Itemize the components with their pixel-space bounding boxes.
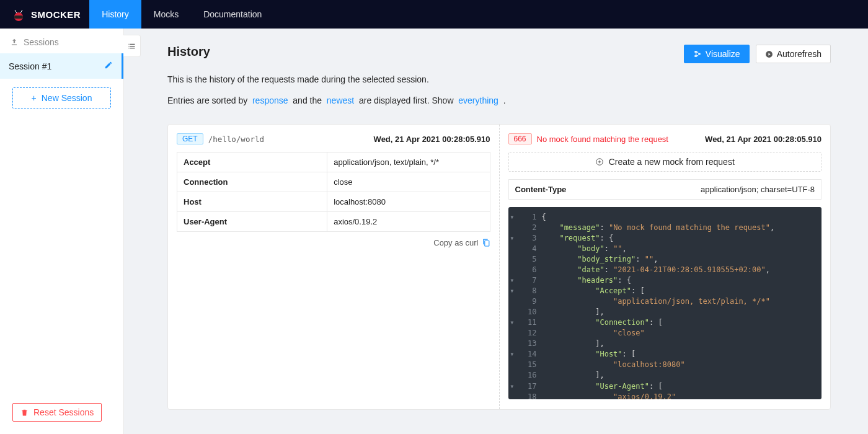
session-name: Session #1 <box>9 61 51 71</box>
filter-dropdown[interactable]: everything <box>458 95 498 105</box>
response-header-value: application/json; charset=UTF-8 <box>701 185 815 194</box>
reset-sessions-label: Reset Sessions <box>33 407 94 417</box>
plus-icon: + <box>32 93 37 103</box>
request-timestamp: Wed, 21 Apr 2021 00:28:05.910 <box>374 135 490 144</box>
page-title: History <box>167 45 210 59</box>
page-description: This is the history of the requests made… <box>167 74 831 105</box>
nav-history[interactable]: History <box>89 0 141 29</box>
page-desc-line2: Entries are sorted by response and the n… <box>167 95 831 105</box>
copy-curl-label: Copy as curl <box>433 238 478 247</box>
response-header-row: Content-Type application/json; charset=U… <box>508 179 822 200</box>
table-row: User-Agentaxios/0.19.2 <box>177 212 490 232</box>
table-row: Hostlocalhost:8080 <box>177 192 490 212</box>
table-row: Acceptapplication/json, text/plain, */* <box>177 153 490 172</box>
brand-logo-icon <box>11 7 26 22</box>
sidebar-title: Sessions <box>24 37 59 47</box>
autorefresh-label: Autorefresh <box>777 49 822 59</box>
copy-icon <box>482 239 490 247</box>
trash-icon <box>20 409 29 417</box>
response-panel: 666 No mock found matching the request W… <box>500 125 831 409</box>
table-row: Connectionclose <box>177 172 490 192</box>
request-headers-table: Acceptapplication/json, text/plain, */*C… <box>177 152 490 232</box>
nav-documentation[interactable]: Documentation <box>191 0 274 29</box>
main-content: History Visualize Autorefresh This is th… <box>124 29 868 434</box>
header-key: Host <box>177 192 327 212</box>
header-key: User-Agent <box>177 212 327 232</box>
response-header-key: Content-Type <box>515 185 567 194</box>
sidebar-session-item[interactable]: Session #1 <box>0 53 123 79</box>
new-session-button[interactable]: + New Session <box>12 87 111 108</box>
svg-rect-1 <box>14 16 23 19</box>
edit-session-icon[interactable] <box>104 61 113 71</box>
svg-line-3 <box>20 10 22 13</box>
copy-as-curl-button[interactable]: Copy as curl <box>177 238 490 247</box>
create-mock-label: Create a new mock from request <box>609 157 735 167</box>
response-timestamp: Wed, 21 Apr 2021 00:28:05.910 <box>705 135 822 144</box>
sort-order-dropdown[interactable]: newest <box>327 95 354 105</box>
response-body-code[interactable]: ▾1{2 "message": "No mock found matching … <box>508 207 822 399</box>
sidebar-header: Sessions <box>0 29 123 53</box>
error-message: No mock found matching the request <box>537 135 668 144</box>
visualize-label: Visualize <box>706 49 740 59</box>
svg-line-2 <box>15 10 17 13</box>
header-key: Connection <box>177 172 327 192</box>
create-mock-button[interactable]: Create a new mock from request <box>508 152 822 172</box>
diagram-icon <box>693 50 702 58</box>
collapse-sidebar-button[interactable] <box>123 35 141 57</box>
status-badge: 666 <box>508 133 532 144</box>
plus-circle-icon <box>595 157 604 166</box>
play-circle-icon <box>765 50 773 58</box>
sidebar: Sessions Session #1 + New Session Reset … <box>0 29 124 434</box>
header-value: application/json, text/plain, */* <box>327 153 490 172</box>
history-entry: GET /hello/world Wed, 21 Apr 2021 00:28:… <box>167 124 831 410</box>
new-session-label: New Session <box>42 93 92 103</box>
upload-icon[interactable] <box>10 38 19 46</box>
page-desc-line1: This is the history of the requests made… <box>167 74 831 84</box>
method-badge: GET <box>177 133 203 144</box>
request-path: /hello/world <box>208 135 264 144</box>
brand: SMOCKER <box>0 9 89 20</box>
nav-mocks[interactable]: Mocks <box>141 0 191 29</box>
reset-sessions-button[interactable]: Reset Sessions <box>12 403 102 422</box>
top-nav: SMOCKER HistoryMocksDocumentation <box>0 0 868 29</box>
brand-text: SMOCKER <box>31 9 81 20</box>
visualize-button[interactable]: Visualize <box>684 45 750 63</box>
request-panel: GET /hello/world Wed, 21 Apr 2021 00:28:… <box>168 125 500 409</box>
header-value: axios/0.19.2 <box>327 212 490 232</box>
header-key: Accept <box>177 153 327 172</box>
sort-by-dropdown[interactable]: response <box>252 95 288 105</box>
header-value: localhost:8080 <box>327 192 490 212</box>
autorefresh-button[interactable]: Autorefresh <box>756 45 831 63</box>
menu-list-icon <box>127 42 136 51</box>
header-value: close <box>327 172 490 192</box>
